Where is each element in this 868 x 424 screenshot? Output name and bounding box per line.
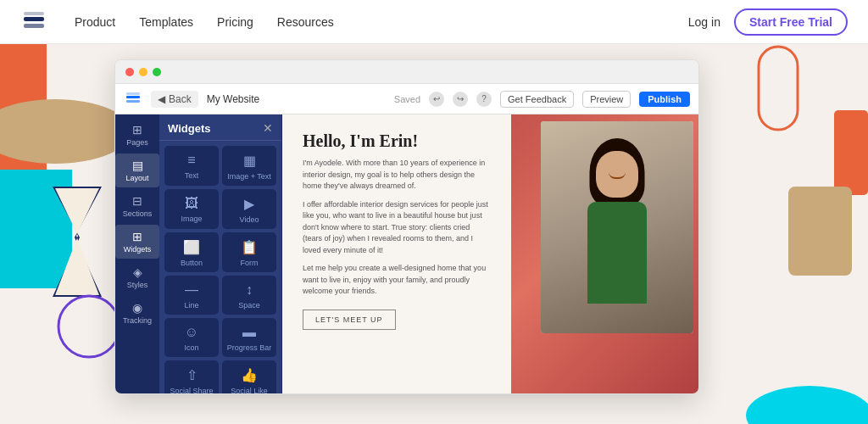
social-share-widget-icon: ⇧	[186, 367, 198, 383]
layout-icon: ▤	[132, 159, 143, 172]
browser-chrome	[115, 60, 698, 84]
widgets-close-button[interactable]: ✕	[263, 121, 273, 135]
form-widget-label: Form	[241, 259, 259, 267]
sidebar-item-tracking[interactable]: ◉ Tracking	[115, 296, 159, 330]
widget-image-text[interactable]: ▦ Image + Text	[222, 146, 276, 186]
svg-rect-15	[126, 92, 140, 95]
button-widget-icon: ⬜	[183, 239, 200, 255]
image-widget-label: Image	[181, 215, 202, 223]
sidebar-item-styles[interactable]: ◈ Styles	[115, 260, 159, 294]
tracking-label: Tracking	[123, 316, 152, 325]
widget-social-like[interactable]: 👍 Social Like	[222, 360, 276, 394]
redo-icon[interactable]: ↪	[453, 92, 468, 107]
person-image	[541, 121, 693, 333]
svg-rect-12	[24, 12, 44, 15]
back-button[interactable]: ◀ Back	[151, 91, 198, 108]
space-widget-icon: ↕	[246, 282, 253, 298]
widget-video[interactable]: ▶ Video	[222, 189, 276, 229]
widget-social-share[interactable]: ⇧ Social Share	[164, 360, 219, 394]
help-icon[interactable]: ?	[476, 92, 492, 107]
widget-line[interactable]: — Line	[164, 276, 219, 315]
browser-window: ◀ Back My Website Saved ↩ ↪ ? Get Feedba…	[114, 59, 699, 394]
video-widget-label: Video	[240, 215, 259, 224]
nav-product[interactable]: Product	[75, 15, 115, 29]
styles-label: Styles	[127, 281, 148, 289]
widget-space[interactable]: ↕ Space	[222, 276, 276, 315]
preview-button[interactable]: Preview	[582, 91, 631, 108]
widget-icon[interactable]: ☺ Icon	[164, 318, 219, 357]
editor-body: ⊞ Pages ▤ Layout ⊟ Sections ⊞ Widgets ◈	[115, 114, 698, 394]
canvas-area[interactable]: Hello, I'm Erin! I'm Ayodele. With more …	[282, 114, 698, 394]
widget-button[interactable]: ⬜ Button	[164, 232, 219, 272]
navbar: Product Templates Pricing Resources Log …	[0, 0, 868, 44]
text-widget-icon: ≡	[187, 153, 195, 168]
sidebar-item-sections[interactable]: ⊟ Sections	[115, 189, 159, 223]
hero-photo	[541, 121, 693, 333]
widgets-panel: Widgets ✕ ≡ Text ▦ Image + Text 🖼 Image	[159, 114, 282, 394]
publish-button[interactable]: Publish	[639, 92, 690, 107]
svg-rect-13	[126, 96, 140, 98]
layout-label: Layout	[125, 174, 148, 182]
widget-form[interactable]: 📋 Form	[222, 232, 276, 272]
nav-templates[interactable]: Templates	[139, 15, 193, 29]
tracking-icon: ◉	[132, 301, 142, 315]
saved-status: Saved	[394, 94, 420, 104]
person-body	[587, 202, 647, 304]
nav-pricing[interactable]: Pricing	[217, 15, 253, 29]
sidebar-item-layout[interactable]: ▤ Layout	[115, 153, 159, 187]
pages-icon: ⊞	[132, 123, 142, 137]
image-text-widget-label: Image + Text	[227, 172, 271, 181]
icon-widget-label: Icon	[184, 343, 198, 352]
editor-logo	[124, 90, 142, 109]
svg-rect-14	[126, 100, 140, 103]
line-widget-label: Line	[184, 301, 198, 310]
icon-widget-icon: ☺	[185, 325, 198, 340]
login-button[interactable]: Log in	[688, 15, 721, 29]
sidebar-item-pages[interactable]: ⊞ Pages	[115, 118, 159, 152]
undo-icon[interactable]: ↩	[429, 92, 444, 107]
svg-rect-10	[24, 17, 44, 21]
widgets-icon: ⊞	[132, 230, 142, 243]
widget-text[interactable]: ≡ Text	[164, 146, 219, 186]
back-label: Back	[169, 93, 192, 105]
image-text-widget-icon: ▦	[243, 153, 256, 169]
social-share-widget-label: Social Share	[170, 387, 213, 394]
sections-icon: ⊟	[132, 194, 142, 208]
hero-content: Hello, I'm Erin! I'm Ayodele. With more …	[282, 114, 511, 394]
widgets-panel-title: Widgets	[168, 122, 210, 135]
browser-close-dot[interactable]	[125, 68, 134, 76]
social-like-widget-label: Social Like	[231, 387, 268, 394]
form-widget-icon: 📋	[241, 239, 258, 255]
main-content: ◀ Back My Website Saved ↩ ↪ ? Get Feedba…	[0, 44, 868, 424]
sidebar-icons: ⊞ Pages ▤ Layout ⊟ Sections ⊞ Widgets ◈	[115, 114, 159, 394]
space-widget-label: Space	[238, 301, 260, 310]
sections-label: Sections	[123, 209, 153, 218]
widgets-label: Widgets	[124, 245, 152, 254]
widgets-grid: ≡ Text ▦ Image + Text 🖼 Image ▶ Video	[159, 141, 281, 394]
hero-paragraph-3: Let me help you create a well-designed h…	[303, 263, 491, 298]
browser-minimize-dot[interactable]	[139, 68, 147, 76]
widgets-header: Widgets ✕	[159, 114, 281, 141]
button-widget-label: Button	[181, 259, 203, 267]
logo[interactable]	[20, 8, 47, 36]
widget-progress-bar[interactable]: ▬ Progress Bar	[222, 318, 276, 357]
back-arrow-icon: ◀	[158, 93, 165, 105]
hero-paragraph-2: I offer affordable interior design servi…	[303, 199, 491, 257]
video-widget-icon: ▶	[244, 196, 254, 212]
get-feedback-button[interactable]: Get Feedback	[500, 91, 574, 108]
site-name: My Website	[207, 93, 259, 105]
pages-label: Pages	[126, 138, 148, 147]
widget-image[interactable]: 🖼 Image	[164, 189, 219, 229]
svg-rect-11	[24, 24, 44, 28]
progress-widget-icon: ▬	[242, 325, 256, 340]
trial-button[interactable]: Start Free Trial	[734, 8, 848, 36]
nav-resources[interactable]: Resources	[277, 15, 334, 29]
sidebar-item-widgets[interactable]: ⊞ Widgets	[115, 225, 159, 259]
browser-maximize-dot[interactable]	[153, 68, 161, 76]
editor-toolbar: ◀ Back My Website Saved ↩ ↪ ? Get Feedba…	[115, 84, 698, 114]
text-widget-label: Text	[185, 171, 199, 180]
line-widget-icon: —	[185, 282, 198, 298]
hero-cta-button[interactable]: LET'S MEET UP	[303, 310, 396, 330]
social-like-widget-icon: 👍	[241, 367, 258, 383]
navbar-right: Log in Start Free Trial	[688, 8, 848, 36]
